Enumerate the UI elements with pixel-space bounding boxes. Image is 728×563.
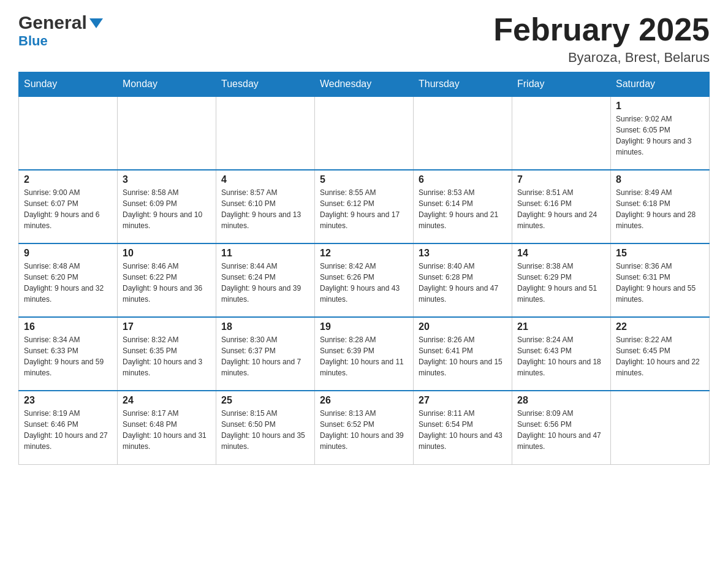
day-info: Sunrise: 8:57 AMSunset: 6:10 PMDaylight:… <box>221 187 309 231</box>
day-number: 17 <box>123 321 211 332</box>
calendar-day-cell: 16Sunrise: 8:34 AMSunset: 6:33 PMDayligh… <box>19 317 118 391</box>
location-title: Byaroza, Brest, Belarus <box>493 50 710 66</box>
calendar-week-row: 2Sunrise: 9:00 AMSunset: 6:07 PMDaylight… <box>19 170 710 243</box>
day-info: Sunrise: 8:13 AMSunset: 6:52 PMDaylight:… <box>320 408 408 452</box>
day-number: 28 <box>517 395 605 406</box>
day-number: 16 <box>24 321 112 332</box>
calendar-week-row: 9Sunrise: 8:48 AMSunset: 6:20 PMDaylight… <box>19 243 710 317</box>
day-info: Sunrise: 8:34 AMSunset: 6:33 PMDaylight:… <box>24 334 112 378</box>
calendar-day-cell <box>216 96 315 170</box>
day-info: Sunrise: 8:40 AMSunset: 6:28 PMDaylight:… <box>419 261 507 305</box>
day-info: Sunrise: 8:19 AMSunset: 6:46 PMDaylight:… <box>24 408 112 452</box>
logo-triangle-icon <box>89 18 103 28</box>
calendar-day-cell: 3Sunrise: 8:58 AMSunset: 6:09 PMDaylight… <box>118 170 216 243</box>
day-number: 22 <box>616 321 704 332</box>
calendar-day-header: Tuesday <box>216 72 315 97</box>
calendar-day-cell: 22Sunrise: 8:22 AMSunset: 6:45 PMDayligh… <box>611 317 710 391</box>
day-number: 27 <box>419 395 507 406</box>
calendar-day-cell <box>19 96 118 170</box>
calendar-day-cell <box>611 391 710 464</box>
calendar-day-cell: 14Sunrise: 8:38 AMSunset: 6:29 PMDayligh… <box>512 243 611 317</box>
day-number: 8 <box>616 174 704 185</box>
svg-marker-0 <box>89 18 103 28</box>
logo-blue: Blue <box>18 33 48 48</box>
calendar-day-cell: 25Sunrise: 8:15 AMSunset: 6:50 PMDayligh… <box>216 391 315 464</box>
calendar-day-header: Wednesday <box>315 72 414 97</box>
day-info: Sunrise: 8:17 AMSunset: 6:48 PMDaylight:… <box>123 408 211 452</box>
logo: General Blue <box>18 12 103 49</box>
calendar-week-row: 16Sunrise: 8:34 AMSunset: 6:33 PMDayligh… <box>19 317 710 391</box>
calendar-day-header: Sunday <box>19 72 118 97</box>
day-info: Sunrise: 8:44 AMSunset: 6:24 PMDaylight:… <box>221 261 309 305</box>
day-info: Sunrise: 8:53 AMSunset: 6:14 PMDaylight:… <box>419 187 507 231</box>
calendar-day-cell: 27Sunrise: 8:11 AMSunset: 6:54 PMDayligh… <box>414 391 512 464</box>
day-number: 2 <box>24 174 112 185</box>
day-info: Sunrise: 8:26 AMSunset: 6:41 PMDaylight:… <box>419 334 507 378</box>
logo-general: General <box>18 12 87 33</box>
day-number: 18 <box>221 321 309 332</box>
day-info: Sunrise: 8:32 AMSunset: 6:35 PMDaylight:… <box>123 334 211 378</box>
day-number: 5 <box>320 174 408 185</box>
calendar-day-cell: 11Sunrise: 8:44 AMSunset: 6:24 PMDayligh… <box>216 243 315 317</box>
day-info: Sunrise: 8:28 AMSunset: 6:39 PMDaylight:… <box>320 334 408 378</box>
calendar-day-header: Thursday <box>414 72 512 97</box>
logo-icon <box>89 18 103 28</box>
calendar-day-cell: 17Sunrise: 8:32 AMSunset: 6:35 PMDayligh… <box>118 317 216 391</box>
day-info: Sunrise: 8:42 AMSunset: 6:26 PMDaylight:… <box>320 261 408 305</box>
calendar-day-cell: 9Sunrise: 8:48 AMSunset: 6:20 PMDaylight… <box>19 243 118 317</box>
day-info: Sunrise: 8:48 AMSunset: 6:20 PMDaylight:… <box>24 261 112 305</box>
day-info: Sunrise: 8:11 AMSunset: 6:54 PMDaylight:… <box>419 408 507 452</box>
day-number: 21 <box>517 321 605 332</box>
day-info: Sunrise: 9:00 AMSunset: 6:07 PMDaylight:… <box>24 187 112 231</box>
page-header: General Blue February 2025 Byaroza, Bres… <box>18 12 710 66</box>
day-info: Sunrise: 8:46 AMSunset: 6:22 PMDaylight:… <box>123 261 211 305</box>
calendar-day-cell: 23Sunrise: 8:19 AMSunset: 6:46 PMDayligh… <box>19 391 118 464</box>
calendar-day-cell: 13Sunrise: 8:40 AMSunset: 6:28 PMDayligh… <box>414 243 512 317</box>
calendar-day-header: Saturday <box>611 72 710 97</box>
calendar-day-header: Friday <box>512 72 611 97</box>
calendar-day-cell: 10Sunrise: 8:46 AMSunset: 6:22 PMDayligh… <box>118 243 216 317</box>
calendar-day-cell: 12Sunrise: 8:42 AMSunset: 6:26 PMDayligh… <box>315 243 414 317</box>
day-info: Sunrise: 8:30 AMSunset: 6:37 PMDaylight:… <box>221 334 309 378</box>
calendar-day-cell <box>414 96 512 170</box>
calendar-day-cell: 1Sunrise: 9:02 AMSunset: 6:05 PMDaylight… <box>611 96 710 170</box>
day-number: 11 <box>221 248 309 259</box>
calendar-day-cell: 2Sunrise: 9:00 AMSunset: 6:07 PMDaylight… <box>19 170 118 243</box>
day-number: 15 <box>616 248 704 259</box>
calendar-table: SundayMondayTuesdayWednesdayThursdayFrid… <box>18 72 710 465</box>
day-number: 4 <box>221 174 309 185</box>
day-info: Sunrise: 8:36 AMSunset: 6:31 PMDaylight:… <box>616 261 704 305</box>
calendar-day-cell: 20Sunrise: 8:26 AMSunset: 6:41 PMDayligh… <box>414 317 512 391</box>
day-number: 13 <box>419 248 507 259</box>
day-number: 6 <box>419 174 507 185</box>
day-number: 9 <box>24 248 112 259</box>
month-title: February 2025 <box>493 12 710 47</box>
calendar-week-row: 1Sunrise: 9:02 AMSunset: 6:05 PMDaylight… <box>19 96 710 170</box>
day-info: Sunrise: 8:09 AMSunset: 6:56 PMDaylight:… <box>517 408 605 452</box>
calendar-day-cell <box>118 96 216 170</box>
calendar-day-cell: 5Sunrise: 8:55 AMSunset: 6:12 PMDaylight… <box>315 170 414 243</box>
day-info: Sunrise: 8:22 AMSunset: 6:45 PMDaylight:… <box>616 334 704 378</box>
calendar-header-row: SundayMondayTuesdayWednesdayThursdayFrid… <box>19 72 710 97</box>
day-number: 7 <box>517 174 605 185</box>
day-info: Sunrise: 8:24 AMSunset: 6:43 PMDaylight:… <box>517 334 605 378</box>
calendar-day-cell: 4Sunrise: 8:57 AMSunset: 6:10 PMDaylight… <box>216 170 315 243</box>
day-info: Sunrise: 9:02 AMSunset: 6:05 PMDaylight:… <box>616 113 704 158</box>
calendar-day-cell: 8Sunrise: 8:49 AMSunset: 6:18 PMDaylight… <box>611 170 710 243</box>
day-number: 1 <box>616 101 704 112</box>
calendar-day-cell: 19Sunrise: 8:28 AMSunset: 6:39 PMDayligh… <box>315 317 414 391</box>
calendar-day-cell: 15Sunrise: 8:36 AMSunset: 6:31 PMDayligh… <box>611 243 710 317</box>
calendar-week-row: 23Sunrise: 8:19 AMSunset: 6:46 PMDayligh… <box>19 391 710 464</box>
day-number: 20 <box>419 321 507 332</box>
calendar-day-cell: 24Sunrise: 8:17 AMSunset: 6:48 PMDayligh… <box>118 391 216 464</box>
day-number: 3 <box>123 174 211 185</box>
day-number: 12 <box>320 248 408 259</box>
day-number: 19 <box>320 321 408 332</box>
day-number: 23 <box>24 395 112 406</box>
calendar-day-cell: 7Sunrise: 8:51 AMSunset: 6:16 PMDaylight… <box>512 170 611 243</box>
calendar-day-cell: 21Sunrise: 8:24 AMSunset: 6:43 PMDayligh… <box>512 317 611 391</box>
calendar-day-header: Monday <box>118 72 216 97</box>
day-info: Sunrise: 8:55 AMSunset: 6:12 PMDaylight:… <box>320 187 408 231</box>
day-info: Sunrise: 8:38 AMSunset: 6:29 PMDaylight:… <box>517 261 605 305</box>
day-info: Sunrise: 8:15 AMSunset: 6:50 PMDaylight:… <box>221 408 309 452</box>
